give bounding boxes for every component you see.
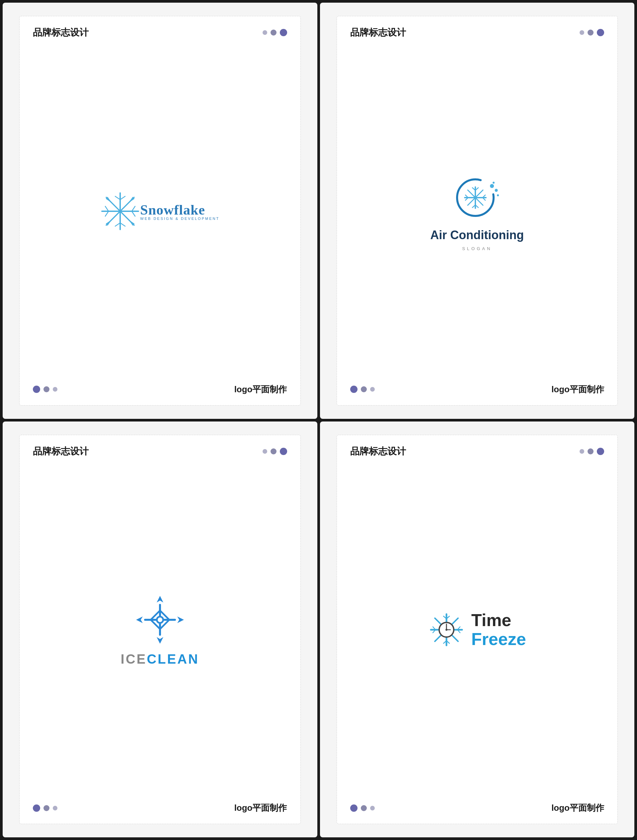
- svg-point-34: [495, 189, 498, 192]
- footer-dot-medium: [44, 386, 49, 392]
- timefreeze-time-text: Time: [471, 611, 526, 630]
- footer-dots-2: [350, 385, 375, 393]
- svg-line-4: [115, 196, 120, 200]
- footer-dot-medium-2: [361, 386, 367, 392]
- card-header-4: 品牌标志设计: [350, 445, 604, 458]
- timefreeze-freeze-text: Freeze: [471, 630, 526, 649]
- svg-marker-39: [136, 616, 143, 623]
- timefreeze-text-group: Time Freeze: [471, 611, 526, 649]
- timefreeze-logo-area: Time Freeze: [350, 464, 604, 796]
- dot-small: [263, 30, 267, 35]
- footer-label-3: logo平面制作: [234, 802, 287, 814]
- dot-small-3: [263, 449, 267, 454]
- footer-dots-3: [33, 804, 57, 812]
- dot-large-2: [597, 29, 604, 36]
- footer-label-4: logo平面制作: [551, 802, 604, 814]
- snowflake-sub: WEB DESIGN & DEVELOPMENT: [140, 216, 219, 221]
- footer-dot-large-3: [33, 804, 40, 812]
- card-footer-3: logo平面制作: [33, 802, 287, 814]
- snowflake-text: Snowflake WEB DESIGN & DEVELOPMENT: [140, 202, 219, 221]
- svg-point-61: [445, 629, 448, 631]
- footer-dot-small: [53, 387, 57, 392]
- card-timefreeze: 品牌标志设计: [320, 422, 635, 838]
- card-title-3: 品牌标志设计: [33, 445, 88, 458]
- card-title-2: 品牌标志设计: [350, 26, 406, 39]
- svg-line-11: [132, 211, 135, 216]
- footer-dot-large-4: [350, 804, 358, 812]
- air-conditioning-logo: Air Conditioning SLOGAN: [430, 171, 524, 251]
- iceclean-logo-area: ICECLEAN: [33, 464, 287, 796]
- header-dots-4: [580, 448, 604, 455]
- snowflake-icon: [100, 191, 140, 231]
- svg-marker-37: [157, 596, 163, 603]
- dot-large-3: [280, 448, 287, 455]
- svg-point-35: [497, 194, 499, 196]
- card-footer-2: logo平面制作: [350, 384, 604, 395]
- footer-dot-medium-3: [44, 805, 49, 811]
- svg-line-5: [120, 196, 125, 200]
- dot-large: [280, 29, 287, 36]
- footer-dot-large-2: [350, 385, 358, 393]
- footer-dot-small-2: [370, 387, 375, 392]
- card-title-1: 品牌标志设计: [33, 26, 88, 39]
- card-footer-1: logo平面制作: [33, 384, 287, 395]
- svg-line-6: [115, 223, 120, 226]
- footer-label-2: logo平面制作: [551, 384, 604, 395]
- svg-line-8: [105, 206, 109, 211]
- iceclean-ice-text: ICE: [121, 652, 147, 666]
- card-footer-4: logo平面制作: [350, 802, 604, 814]
- timefreeze-brand-logo: Time Freeze: [428, 611, 526, 649]
- timefreeze-icon: [428, 611, 465, 648]
- header-dots-2: [580, 29, 604, 36]
- footer-dots-4: [350, 804, 375, 812]
- air-conditioning-icon: [451, 171, 503, 224]
- card-title-4: 品牌标志设计: [350, 445, 406, 458]
- dot-medium-3: [271, 448, 276, 455]
- footer-dot-small-4: [370, 806, 375, 810]
- svg-point-45: [158, 617, 162, 622]
- dot-small-2: [580, 30, 584, 35]
- card-snowflake: 品牌标志设计: [3, 3, 317, 419]
- card-header-1: 品牌标志设计: [33, 26, 287, 39]
- svg-line-7: [120, 223, 125, 226]
- dot-medium-4: [588, 448, 593, 455]
- footer-label-1: logo平面制作: [234, 384, 287, 395]
- snowflake-name: Snowflake: [140, 202, 219, 218]
- iceclean-brand-logo: ICECLEAN: [121, 593, 199, 666]
- dot-large-4: [597, 448, 604, 455]
- header-dots-3: [263, 448, 287, 455]
- card-header-2: 品牌标志设计: [350, 26, 604, 39]
- snowflake-logo-area: Snowflake WEB DESIGN & DEVELOPMENT: [33, 46, 287, 377]
- air-logo-area: Air Conditioning SLOGAN: [350, 46, 604, 377]
- dot-medium: [271, 30, 276, 36]
- footer-dot-large: [33, 385, 40, 393]
- svg-point-36: [493, 182, 495, 184]
- dot-small-4: [580, 449, 584, 454]
- card-airconditioning: 品牌标志设计: [320, 3, 635, 419]
- iceclean-clean-text: CLEAN: [147, 652, 199, 666]
- air-conditioning-slogan: SLOGAN: [462, 246, 492, 251]
- header-dots-1: [263, 29, 287, 36]
- svg-line-9: [105, 211, 109, 216]
- card-iceclean: 品牌标志设计: [3, 422, 317, 838]
- footer-dots-1: [33, 385, 57, 393]
- iceclean-name: ICECLEAN: [121, 652, 199, 666]
- svg-marker-38: [157, 637, 163, 644]
- footer-dot-medium-4: [361, 805, 367, 811]
- card-header-3: 品牌标志设计: [33, 445, 287, 458]
- svg-point-33: [490, 184, 494, 188]
- svg-marker-40: [177, 616, 184, 623]
- footer-dot-small-3: [53, 806, 57, 810]
- svg-line-10: [132, 206, 135, 211]
- air-conditioning-name: Air Conditioning: [430, 228, 524, 242]
- iceclean-icon: [134, 593, 186, 646]
- dot-medium-2: [588, 30, 593, 36]
